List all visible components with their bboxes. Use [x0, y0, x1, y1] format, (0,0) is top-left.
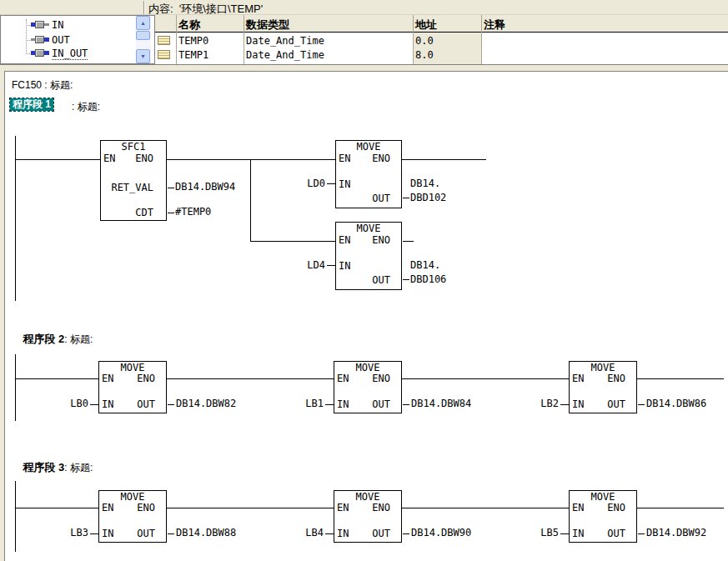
block-title: SFC1: [101, 142, 166, 153]
pin-eno: ENO: [372, 153, 390, 164]
move-block[interactable]: MOVE EN ENO IN OUT: [98, 361, 167, 413]
pin-eno: ENO: [135, 153, 153, 164]
col-header-comment: 注释: [484, 18, 505, 33]
move-block[interactable]: MOVE EN ENO IN OUT: [569, 361, 637, 413]
operand[interactable]: DB14.DBW92: [646, 528, 706, 538]
scroll-down-button[interactable]: ▼: [136, 49, 150, 63]
sfc1-block[interactable]: SFC1 EN ENO RET_VAL CDT: [100, 140, 167, 221]
operand[interactable]: LD4: [284, 260, 325, 271]
wire-stub: [403, 241, 414, 242]
pin-en: EN: [339, 153, 350, 164]
wire-stub: [638, 533, 645, 534]
wire-stub: [403, 533, 409, 534]
wire-stub: [90, 404, 98, 405]
pin-eno: ENO: [607, 373, 625, 384]
wire-stub: [560, 404, 569, 405]
move-block[interactable]: MOVE EN ENO IN OUT: [334, 361, 402, 413]
wire-stub: [403, 404, 409, 405]
var-name-cell[interactable]: TEMP1: [178, 49, 208, 61]
block-title: MOVE: [336, 223, 401, 234]
content-toolbar: [0, 0, 728, 15]
tree-item-in-out[interactable]: IN_OUT: [52, 48, 88, 60]
wire-stub: [90, 533, 98, 534]
wire-stub: [168, 213, 174, 213]
power-rail: [15, 136, 16, 301]
tree-item-out[interactable]: OUT: [52, 35, 70, 46]
scroll-thumb[interactable]: [136, 31, 150, 40]
operand[interactable]: DB14.DBW88: [176, 528, 236, 538]
operand[interactable]: LB1: [282, 398, 324, 409]
var-addr-cell[interactable]: 8.0: [415, 49, 434, 61]
wire-stub: [325, 404, 334, 405]
var-name-cell[interactable]: TEMP0: [178, 35, 208, 47]
operand[interactable]: LD0: [284, 178, 325, 189]
wire-segment: [250, 241, 335, 242]
pin-eno: ENO: [372, 235, 390, 246]
param-in-icon: [31, 21, 49, 28]
operand[interactable]: LB3: [47, 528, 88, 538]
var-type-cell[interactable]: Date_And_Time: [246, 49, 324, 61]
pin-out: OUT: [607, 528, 625, 539]
pin-out: OUT: [372, 275, 390, 286]
operand[interactable]: DB14.DBW84: [411, 398, 471, 409]
column-separator: [176, 15, 177, 64]
wire-stub: [403, 198, 409, 198]
param-out-icon: [31, 36, 49, 43]
content-path-label: 内容: '环境\接口\TEMP': [148, 2, 263, 17]
operand[interactable]: LB5: [517, 528, 559, 538]
wire-stub: [403, 279, 409, 280]
operand[interactable]: LB2: [517, 398, 559, 409]
variable-row-icon: [158, 36, 170, 45]
operand[interactable]: LB4: [282, 528, 324, 538]
network-1-title-suffix[interactable]: : 标题:: [72, 100, 100, 114]
pin-out: OUT: [372, 399, 390, 410]
var-type-cell[interactable]: Date_And_Time: [246, 35, 324, 47]
operand[interactable]: DB14.DBW94: [175, 182, 235, 193]
var-addr-cell[interactable]: 0.0: [415, 35, 434, 47]
pin-en: EN: [102, 373, 113, 384]
operand[interactable]: #TEMP0: [175, 207, 211, 218]
pin-eno: ENO: [372, 503, 390, 513]
operand[interactable]: DB14.DBW82: [176, 398, 236, 409]
step7-lad-editor-window: 内容: '环境\接口\TEMP' IN OUT IN_OUT ▲ ▼ 名称 数据…: [0, 0, 728, 561]
col-header-address: 地址: [415, 18, 437, 33]
pin-in: IN: [102, 528, 113, 539]
variable-row-icon: [158, 50, 170, 59]
wire-stub: [327, 183, 335, 184]
power-rail: [15, 354, 16, 421]
column-separator: [481, 15, 482, 64]
pin-eno: ENO: [372, 373, 390, 384]
pin-en: EN: [337, 503, 349, 513]
pin-in: IN: [572, 399, 584, 410]
network-1-label[interactable]: 程序段 1: [10, 98, 53, 111]
network-3-title-suffix: : 标题:: [64, 462, 93, 473]
move-block[interactable]: MOVE EN ENO IN OUT: [334, 490, 402, 543]
pin-eno: ENO: [137, 503, 155, 513]
col-header-datatype: 数据类型: [246, 18, 289, 33]
operand[interactable]: DBD106: [410, 274, 446, 285]
move-block[interactable]: MOVE EN ENO IN OUT: [335, 222, 402, 290]
operand[interactable]: DB14.DBW86: [646, 398, 706, 409]
block-title: MOVE: [336, 142, 401, 153]
pin-in: IN: [337, 528, 349, 539]
pin-en: EN: [102, 503, 113, 513]
move-block[interactable]: MOVE EN ENO IN OUT: [98, 490, 167, 543]
operand[interactable]: DB14.: [410, 260, 440, 271]
move-block[interactable]: MOVE EN ENO IN OUT: [335, 140, 402, 208]
network-2-label[interactable]: 程序段 2: 标题:: [11, 319, 93, 359]
network-3-label[interactable]: 程序段 3: 标题:: [11, 448, 93, 488]
pin-en: EN: [339, 235, 350, 246]
operand[interactable]: DB14.DBW90: [411, 528, 471, 538]
pin-in: IN: [339, 261, 350, 272]
pin-cdt: CDT: [135, 208, 153, 218]
scroll-up-button[interactable]: ▲: [136, 16, 150, 30]
block-title-line: FC150 : 标题:: [12, 78, 73, 93]
wire-branch: [250, 159, 251, 241]
operand[interactable]: LB0: [47, 398, 88, 409]
wire-stub: [327, 265, 335, 266]
operand[interactable]: DB14.: [410, 178, 440, 189]
move-block[interactable]: MOVE EN ENO IN OUT: [569, 490, 637, 543]
tree-item-in[interactable]: IN: [52, 20, 63, 31]
pin-en: EN: [572, 503, 584, 513]
operand[interactable]: DBD102: [410, 193, 446, 203]
